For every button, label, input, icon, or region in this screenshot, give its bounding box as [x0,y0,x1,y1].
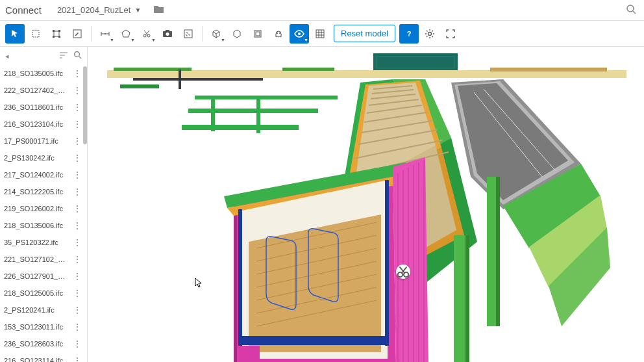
svg-rect-5 [58,30,60,32]
file-item[interactable]: 17_PS000171.ifc⋮ [0,133,87,149]
svg-rect-78 [182,125,299,130]
file-sidebar: ◂ 218_SO135005.ifc⋮222_SO127402_DM...⋮23… [0,47,88,362]
svg-rect-106 [465,235,469,362]
file-name-label: 236_SO128603.ifc [4,340,63,348]
file-item[interactable]: 216_SO123104.ifc⋮ [0,116,87,133]
more-icon[interactable]: ⋮ [71,170,83,180]
folder-icon[interactable] [154,5,164,16]
svg-point-34 [428,32,431,35]
edit-tool[interactable] [68,24,87,44]
more-icon[interactable]: ⋮ [71,237,83,248]
file-item[interactable]: 216_SO123114.ifc⋮ [0,352,87,362]
file-item[interactable]: 214_SO122205.ifc⋮ [0,183,87,200]
file-item[interactable]: 236_SO118601.ifc⋮ [0,99,87,116]
svg-point-38 [75,52,80,57]
app-header: Connect 2021_0204_RuzLet ▼ [0,0,644,21]
file-item[interactable]: 218_SO135005.ifc⋮ [0,65,87,82]
annotate-tool[interactable] [179,24,198,44]
more-icon[interactable]: ⋮ [71,102,83,112]
visibility-tool[interactable]: ▼ [290,24,309,44]
collapse-icon[interactable]: ◂ [5,52,9,60]
svg-rect-77 [188,109,318,113]
project-selector[interactable]: 2021_0204_RuzLet ▼ [52,3,146,18]
more-icon[interactable]: ⋮ [71,85,83,96]
scrollbar-thumb[interactable] [83,66,87,144]
svg-rect-58 [496,177,500,326]
transform-tool[interactable] [47,24,66,44]
svg-point-0 [627,5,634,12]
file-name-label: 218_SO135006.ifc [4,222,63,229]
svg-rect-105 [454,235,465,362]
svg-point-20 [166,32,169,36]
ghost-tool[interactable] [269,24,288,44]
section-marker-icon[interactable] [396,265,410,279]
file-item[interactable]: 217_SO124002.ifc⋮ [0,166,87,183]
more-icon[interactable]: ⋮ [71,220,83,231]
more-icon[interactable]: ⋮ [71,203,83,214]
more-icon[interactable]: ⋮ [71,339,83,349]
more-icon[interactable]: ⋮ [71,288,83,298]
svg-rect-2 [32,31,39,37]
search-icon[interactable] [73,51,82,61]
svg-marker-13 [122,30,130,37]
svg-rect-95 [238,209,242,346]
more-icon[interactable]: ⋮ [71,322,83,332]
cube-outline-tool[interactable] [227,24,247,44]
svg-rect-76 [195,96,338,99]
more-icon[interactable]: ⋮ [71,153,83,163]
more-icon[interactable]: ⋮ [71,68,83,79]
svg-rect-23 [256,32,260,36]
file-item[interactable]: 2_PS120241.ifc⋮ [0,302,87,318]
project-name-label: 2021_0204_RuzLet [57,5,131,15]
svg-rect-3 [54,31,59,36]
rectangle-select-tool[interactable] [26,24,45,44]
more-icon[interactable]: ⋮ [71,119,83,129]
select-tool[interactable] [5,24,25,44]
svg-rect-47 [179,70,181,89]
model-viewport[interactable] [88,47,644,362]
more-icon[interactable]: ⋮ [71,136,83,146]
more-icon[interactable]: ⋮ [71,356,83,362]
settings-button[interactable] [420,24,440,44]
file-item[interactable]: 221_SO127102_ZB_...⋮ [0,251,87,268]
more-icon[interactable]: ⋮ [71,254,83,265]
file-item[interactable]: 218_SO125005.ifc⋮ [0,285,87,302]
search-icon[interactable] [623,1,639,19]
file-item[interactable]: 218_SO135006.ifc⋮ [0,217,87,234]
svg-rect-6 [53,36,55,38]
reset-model-button[interactable]: Reset model [334,25,395,42]
grid-tool[interactable] [310,24,330,44]
file-name-label: 17_PS000171.ifc [4,137,58,145]
file-list[interactable]: 218_SO135005.ifc⋮222_SO127402_DM...⋮236_… [0,65,87,362]
file-item[interactable]: 35_PS120322.ifc⋮ [0,234,87,251]
file-item[interactable]: 222_SO127402_DM...⋮ [0,82,87,99]
shape-tool[interactable]: ▼ [116,24,136,44]
more-icon[interactable]: ⋮ [71,305,83,315]
file-item[interactable]: 236_SO128603.ifc⋮ [0,335,87,352]
svg-rect-97 [240,346,260,362]
file-item[interactable]: 219_SO126002.ifc⋮ [0,200,87,217]
svg-rect-80 [256,97,260,133]
svg-rect-45 [490,68,607,71]
help-button[interactable]: ? [399,24,419,44]
more-icon[interactable]: ⋮ [71,271,83,281]
main-toolbar: ▼ ▼ ▼ ▼ ▼ Reset model ? [0,21,644,47]
clip-tool[interactable]: ▼ [137,24,156,44]
file-name-label: 216_SO123114.ifc [4,357,63,362]
file-item[interactable]: 2_PS130242.ifc⋮ [0,149,87,166]
measure-tool[interactable]: ▼ [95,24,115,44]
camera-tool[interactable] [158,24,177,44]
svg-point-12 [105,33,106,34]
svg-line-39 [79,57,81,58]
svg-marker-82 [234,200,237,362]
sort-icon[interactable] [59,51,68,61]
file-item[interactable]: 226_SO127901_DM...⋮ [0,268,87,285]
box-tool[interactable]: ▼ [206,24,226,44]
more-icon[interactable]: ⋮ [71,187,83,197]
file-item[interactable]: 153_SO123011.ifc⋮ [0,318,87,335]
file-name-label: 35_PS120322.ifc [4,239,58,246]
fullscreen-button[interactable] [441,24,460,44]
file-name-label: 221_SO127102_ZB_... [4,255,69,263]
svg-point-24 [277,32,278,34]
layers-tool[interactable] [248,24,267,44]
